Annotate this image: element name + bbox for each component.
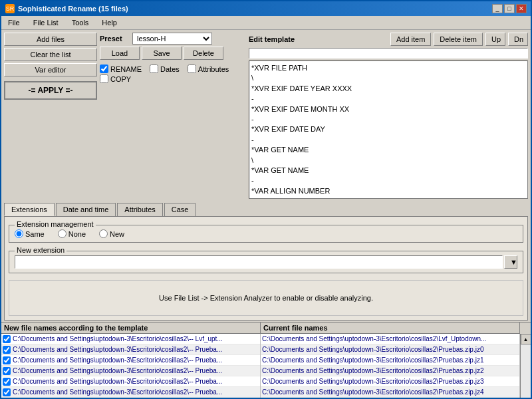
new-file-check-0[interactable]: [3, 335, 11, 343]
template-line-3: -: [251, 94, 525, 104]
checkbox-group: RENAME Dates Attributes: [100, 65, 246, 83]
clear-list-button[interactable]: Clear the list: [4, 48, 97, 61]
add-item-button[interactable]: Add item: [390, 33, 431, 46]
preset-label: Preset: [100, 35, 130, 43]
preset-select[interactable]: lesson-H lesson-A lesson-B: [132, 33, 212, 45]
template-line-8: *VAR GET NAME: [251, 145, 525, 155]
radio-same-input[interactable]: [15, 229, 23, 238]
template-line-6: *XVR EXIF DATE DAY: [251, 124, 525, 134]
copy-checkbox-item: COPY: [100, 74, 131, 83]
copy-checkbox[interactable]: [100, 74, 108, 83]
template-line-1: \: [251, 73, 525, 83]
current-file-name-4: C:\Documents and Settings\uptodown-3\Esc…: [262, 378, 484, 385]
apply-button[interactable]: -= APPLY =-: [4, 81, 97, 100]
attributes-label: Attributes: [198, 65, 229, 73]
main-window: SR Sophisticated Rename (15 files) _ □ ✕…: [0, 0, 532, 399]
edit-template-label: Edit template: [249, 35, 295, 43]
current-file-name-2: C:\Documents and Settings\uptodown-3\Esc…: [262, 356, 484, 364]
rename-checkbox-item: RENAME: [100, 65, 142, 73]
new-file-check-2[interactable]: [3, 356, 11, 364]
template-line-0: *XVR FILE PATH: [251, 63, 525, 73]
new-extension-label: New extension: [15, 246, 66, 254]
current-file-row-3: C:\Documents and Settings\uptodown-3\Esc…: [261, 366, 519, 376]
load-button[interactable]: Load: [100, 47, 140, 60]
new-file-row-0: C:\Documents and Settings\uptodown-3\Esc…: [1, 334, 260, 344]
menu-file-list[interactable]: File List: [29, 17, 63, 28]
top-section: Add files Clear the list Var editor -= A…: [1, 30, 531, 201]
new-file-check-1[interactable]: [3, 346, 11, 354]
checkbox-row-1: RENAME Dates Attributes: [100, 65, 246, 73]
tab-date-time[interactable]: Date and time: [56, 203, 116, 216]
template-line-5: -: [251, 114, 525, 124]
tab-attributes[interactable]: Attributes: [117, 203, 162, 216]
extension-management-group: Extension management Same None New: [9, 225, 523, 243]
new-file-row-3: C:\Documents and Settings\uptodown-3\Esc…: [1, 366, 260, 376]
dn-button[interactable]: Dn: [508, 33, 528, 46]
main-content: Add files Clear the list Var editor -= A…: [1, 30, 531, 398]
template-box[interactable]: *XVR FILE PATH \ *XVR EXIF DATE YEAR XXX…: [249, 61, 528, 199]
rename-label: RENAME: [110, 65, 142, 73]
info-box: Use File List -> Extension Analyzer to e…: [9, 280, 523, 316]
file-list-header: New file names according to the template…: [1, 323, 531, 334]
new-file-row-1: C:\Documents and Settings\uptodown-3\Esc…: [1, 344, 260, 355]
radio-none: None: [58, 229, 86, 238]
current-file-row-1: C:\Documents and Settings\uptodown-3\Esc…: [261, 344, 519, 355]
current-file-name-3: C:\Documents and Settings\uptodown-3\Esc…: [262, 367, 484, 374]
delete-item-button[interactable]: Delete item: [434, 33, 483, 46]
radio-new-label: New: [110, 230, 124, 238]
maximize-button[interactable]: □: [504, 4, 515, 13]
menu-file[interactable]: File: [4, 17, 24, 28]
current-file-row-5: C:\Documents and Settings\uptodown-3\Esc…: [261, 387, 519, 398]
current-file-name-5: C:\Documents and Settings\uptodown-3\Esc…: [262, 388, 484, 396]
close-button[interactable]: ✕: [516, 4, 527, 13]
menu-help[interactable]: Help: [98, 17, 121, 28]
add-files-button[interactable]: Add files: [4, 33, 97, 46]
load-save-row: Load Save Delete: [100, 47, 246, 60]
current-file-row-4: C:\Documents and Settings\uptodown-3\Esc…: [261, 376, 519, 387]
new-file-row-5: C:\Documents and Settings\uptodown-3\Esc…: [1, 387, 260, 398]
new-file-check-4[interactable]: [3, 378, 11, 386]
menu-tools[interactable]: Tools: [68, 17, 93, 28]
new-file-check-5[interactable]: [3, 388, 11, 396]
radio-same-label: Same: [25, 230, 45, 238]
attributes-checkbox-item: Attributes: [188, 65, 229, 73]
extension-management-label: Extension management: [15, 220, 96, 228]
tab-case[interactable]: Case: [164, 203, 196, 216]
left-panel: Add files Clear the list Var editor -= A…: [4, 33, 97, 199]
tab-bar: Extensions Date and time Attributes Case: [4, 203, 528, 216]
app-icon: SR: [5, 4, 15, 13]
var-editor-button[interactable]: Var editor: [4, 63, 97, 76]
current-files-header: Current file names: [261, 323, 520, 334]
template-input[interactable]: [249, 48, 528, 59]
scroll-up-button[interactable]: ▲: [521, 334, 531, 344]
tab-extensions[interactable]: Extensions: [4, 203, 55, 216]
middle-panel: Preset lesson-H lesson-A lesson-B Load S…: [100, 33, 246, 199]
dates-checkbox-item: Dates: [150, 65, 180, 73]
delete-button[interactable]: Delete: [184, 47, 223, 60]
checkbox-row-2: COPY: [100, 74, 246, 83]
rename-checkbox[interactable]: [100, 65, 108, 73]
save-button[interactable]: Save: [142, 47, 182, 60]
up-button[interactable]: Up: [485, 33, 505, 46]
radio-none-input[interactable]: [58, 229, 66, 238]
template-line-12: *VAR ALLIGN NUMBER: [251, 186, 525, 196]
new-file-check-3[interactable]: [3, 367, 11, 375]
template-line-2: *XVR EXIF DATE YEAR XXXX: [251, 84, 525, 94]
radio-new-input[interactable]: [99, 229, 108, 238]
right-panel: Edit template Add item Delete item Up Dn…: [249, 33, 528, 199]
scroll-track[interactable]: [521, 344, 531, 398]
current-file-row-0: C:\Documents and Settings\uptodown-3\Esc…: [261, 334, 519, 344]
window-title: Sophisticated Rename (15 files): [18, 5, 128, 13]
dates-checkbox[interactable]: [150, 65, 158, 73]
new-extension-dropdown[interactable]: ▼: [504, 255, 517, 269]
new-extension-input[interactable]: [15, 255, 503, 269]
attributes-checkbox[interactable]: [188, 65, 196, 73]
radio-row: Same None New: [15, 229, 517, 238]
copy-label: COPY: [110, 75, 131, 83]
scrollbar[interactable]: ▲ ▼: [520, 334, 531, 398]
new-file-name-4: C:\Documents and Settings\uptodown-3\Esc…: [13, 378, 222, 385]
edit-template-header: Edit template Add item Delete item Up Dn: [249, 33, 528, 46]
ext-input-row: ▼: [15, 255, 517, 269]
minimize-button[interactable]: _: [492, 4, 503, 13]
tab-content: Extension management Same None New: [4, 216, 528, 321]
